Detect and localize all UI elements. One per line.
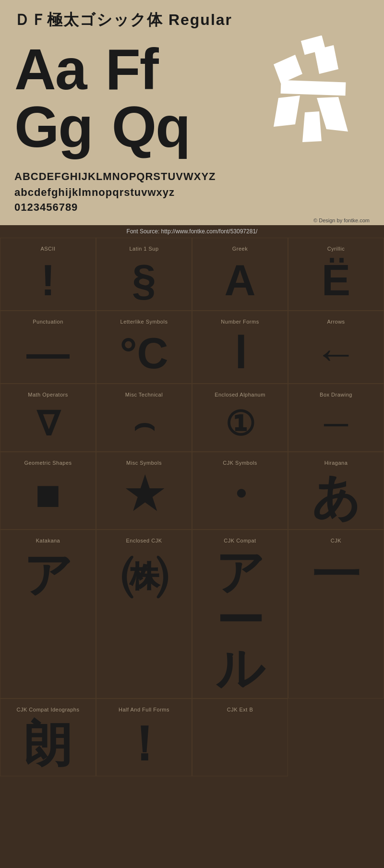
- numbers: 0123456789: [14, 201, 370, 214]
- glyph-cell-18: CJK Compatアール: [192, 530, 288, 699]
- glyph-label-9: Misc Technical: [125, 392, 163, 398]
- glyph-symbol-2: Α: [225, 256, 256, 304]
- glyph-cell-7: Arrows←: [288, 311, 384, 384]
- glyph-symbol-4: —: [26, 329, 70, 377]
- glyph-cell-1: Latin 1 Sup§: [96, 238, 192, 311]
- glyph-cell-0: ASCII!: [0, 238, 96, 311]
- glyph-cell-5: Letterlike Symbols°C: [96, 311, 192, 384]
- glyph-cell-14: CJK Symbols・: [192, 452, 288, 530]
- glyph-symbol-7: ←: [314, 329, 358, 377]
- glyph-label-22: CJK Ext B: [227, 707, 253, 712]
- glyph-symbol-15: あ: [312, 470, 360, 523]
- glyph-cell-13: Misc Symbols★: [96, 452, 192, 530]
- svg-marker-1: [274, 55, 302, 84]
- glyph-cell-11: Box Drawing─: [288, 384, 384, 452]
- glyph-label-0: ASCII: [40, 246, 55, 252]
- glyph-label-18: CJK Compat: [224, 538, 256, 543]
- glyph-label-5: Letterlike Symbols: [120, 319, 168, 325]
- kanji-area: [259, 36, 365, 151]
- glyph-cell-12: Geometric Shapes■: [0, 452, 96, 530]
- alphabet-upper: ABCDEFGHIJKLMNOPQRSTUVWXYZ: [14, 170, 370, 184]
- glyph-label-19: CJK: [331, 538, 341, 543]
- glyph-symbol-21: ！: [120, 717, 168, 770]
- glyph-label-21: Half And Full Forms: [119, 707, 169, 712]
- glyph-label-11: Box Drawing: [320, 392, 352, 398]
- glyph-cell-6: Number FormsⅠ: [192, 311, 288, 384]
- glyph-label-17: Enclosed CJK: [126, 538, 162, 543]
- glyph-label-6: Number Forms: [221, 319, 259, 325]
- glyph-label-2: Greek: [232, 246, 248, 252]
- glyph-symbol-13: ★: [125, 470, 164, 518]
- glyph-symbol-5: °C: [120, 329, 168, 377]
- glyph-symbol-3: Ё: [322, 256, 350, 304]
- glyph-symbol-12: ■: [35, 470, 61, 518]
- svg-rect-3: [281, 80, 346, 96]
- font-title: ＤＦ極太ゴシック体 Regular: [14, 10, 370, 31]
- glyph-label-16: Katakana: [36, 538, 60, 543]
- glyph-label-15: Hiragana: [324, 460, 348, 466]
- glyph-symbol-9: ⌢: [133, 402, 155, 446]
- glyph-cell-17: Enclosed CJK㈱: [96, 530, 192, 699]
- glyph-label-10: Enclosed Alphanum: [215, 392, 265, 398]
- glyph-cell-4: Punctuation—: [0, 311, 96, 384]
- glyph-symbol-10: ①: [225, 402, 255, 446]
- glyph-symbol-16: ア: [24, 548, 72, 601]
- glyph-cell-8: Math Operators∇: [0, 384, 96, 452]
- glyph-label-14: CJK Symbols: [223, 460, 257, 466]
- glyph-label-8: Math Operators: [28, 392, 68, 398]
- svg-marker-5: [317, 97, 348, 132]
- specimen-gg: Gg: [14, 98, 93, 156]
- glyph-symbol-1: §: [132, 256, 156, 304]
- glyph-label-1: Latin 1 Sup: [129, 246, 158, 252]
- alphabet-lower: abcdefghijklmnopqrstuvwxyz: [14, 186, 370, 200]
- glyph-label-3: Cyrillic: [327, 246, 345, 252]
- glyph-cell-20: CJK Compat Ideographs朗: [0, 699, 96, 776]
- header-section: ＤＦ極太ゴシック体 Regular Aa Ff Gg Qq: [0, 0, 384, 225]
- glyph-cell-21: Half And Full Forms！: [96, 699, 192, 776]
- glyph-symbol-8: ∇: [37, 402, 60, 446]
- glyph-cell-2: GreekΑ: [192, 238, 288, 311]
- specimen-aa: Aa: [14, 40, 86, 98]
- specimen-area: Aa Ff Gg Qq: [14, 40, 370, 165]
- glyph-cell-22: CJK Ext B: [192, 699, 288, 776]
- glyph-cell-16: Katakanaア: [0, 530, 96, 699]
- glyph-cell-9: Misc Technical⌢: [96, 384, 192, 452]
- glyph-symbol-17: ㈱: [120, 548, 168, 601]
- svg-marker-6: [302, 111, 322, 142]
- glyph-symbol-0: !: [41, 256, 55, 304]
- source-bar: Font Source: http://www.fontke.com/font/…: [0, 225, 384, 238]
- svg-marker-4: [274, 96, 300, 127]
- credit: © Design by fontke.com: [14, 217, 370, 225]
- glyph-cell-19: CJK一: [288, 530, 384, 699]
- kanji-svg: [259, 36, 365, 151]
- glyph-label-12: Geometric Shapes: [24, 460, 72, 466]
- glyph-label-20: CJK Compat Ideographs: [17, 707, 80, 712]
- glyph-label-7: Arrows: [327, 319, 345, 325]
- glyph-cell-3: CyrillicЁ: [288, 238, 384, 311]
- svg-marker-2: [314, 45, 338, 74]
- glyph-symbol-11: ─: [324, 402, 348, 446]
- glyph-symbol-18: アール: [196, 548, 284, 692]
- glyph-label-4: Punctuation: [33, 319, 63, 325]
- glyph-cell-10: Enclosed Alphanum①: [192, 384, 288, 452]
- specimen-qq: Qq: [112, 98, 190, 156]
- glyph-cell-15: Hiraganaあ: [288, 452, 384, 530]
- specimen-ff: Ff: [105, 40, 157, 98]
- glyph-symbol-19: 一: [312, 548, 360, 601]
- glyph-symbol-6: Ⅰ: [234, 329, 247, 377]
- glyph-symbol-20: 朗: [24, 717, 72, 770]
- glyph-label-13: Misc Symbols: [126, 460, 162, 466]
- glyph-grid: ASCII!Latin 1 Sup§GreekΑCyrillicЁPunctua…: [0, 238, 384, 776]
- glyph-symbol-14: ・: [218, 470, 262, 518]
